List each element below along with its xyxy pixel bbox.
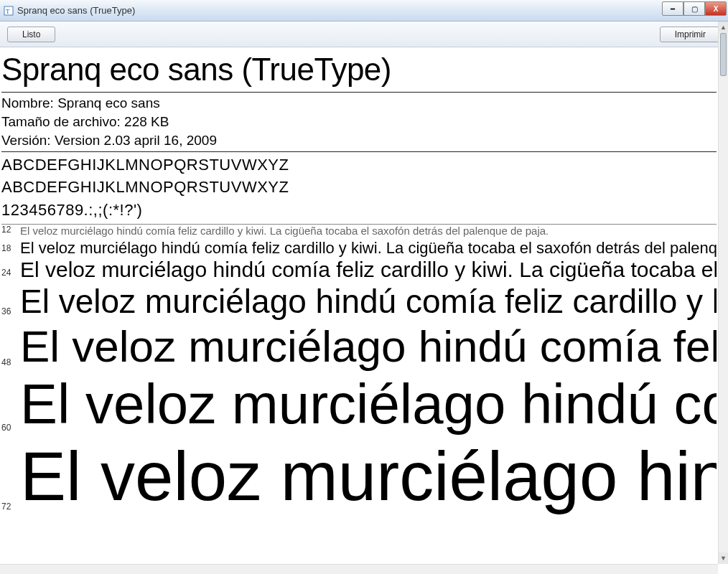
print-button[interactable]: Imprimir	[660, 27, 721, 42]
font-file-icon: T	[3, 5, 14, 17]
maximize-button[interactable]: ▢	[683, 1, 705, 16]
scroll-down-icon[interactable]: ▼	[719, 552, 728, 564]
font-version-label: Versión:	[1, 133, 51, 148]
font-name-row: Nombre: Spranq eco sans	[1, 94, 717, 113]
sample-row-72: 72 El veloz murciélago hindú comía feliz…	[1, 437, 717, 516]
font-name-value: Spranq eco sans	[57, 95, 160, 110]
sample-row-24: 24 El veloz murciélago hindú comía feliz…	[1, 258, 717, 282]
horizontal-scrollbar[interactable]	[0, 564, 718, 574]
sample-row-36: 36 El veloz murciélago hindú comía feliz…	[1, 282, 717, 321]
minimize-button[interactable]: ━	[662, 1, 683, 16]
separator	[1, 92, 717, 93]
svg-text:T: T	[6, 8, 10, 15]
close-button[interactable]: X	[705, 1, 727, 16]
font-filesize-label: Tamaño de archivo:	[1, 114, 121, 129]
sample-text: El veloz murciélago hindú comía feliz ca…	[20, 321, 717, 372]
sample-text: El veloz murciélago hindú comía feliz ca…	[20, 437, 717, 516]
window-title: Spranq eco sans (TrueType)	[17, 5, 135, 16]
font-preview-content: Spranq eco sans (TrueType) Nombre: Spran…	[0, 47, 718, 564]
charset-lower: ABCDEFGHIJKLMNOPQRSTUVWXYZ	[1, 176, 717, 199]
sample-text: El veloz murciélago hindú comía feliz ca…	[20, 258, 717, 282]
scroll-thumb[interactable]	[720, 33, 727, 76]
sample-size-label: 60	[1, 423, 20, 437]
sample-size-label: 12	[1, 225, 20, 239]
sample-size-label: 18	[1, 243, 20, 258]
sample-text: El veloz murciélago hindú comía feliz ca…	[20, 282, 717, 321]
sample-text: El veloz murciélago hindú comía feliz ca…	[20, 239, 717, 258]
titlebar: T Spranq eco sans (TrueType) ━ ▢ X	[0, 0, 728, 22]
font-version-row: Versión: Version 2.03 april 16, 2009	[1, 131, 717, 150]
font-display-title: Spranq eco sans (TrueType)	[1, 47, 717, 90]
sample-size-label: 48	[1, 357, 20, 372]
vertical-scrollbar[interactable]: ▲ ▼	[718, 22, 728, 564]
sample-size-label: 72	[1, 502, 20, 516]
font-filesize-value: 228 KB	[124, 114, 169, 129]
sample-text: El veloz murciélago hindú comía feliz ca…	[20, 372, 717, 437]
sample-row-48: 48 El veloz murciélago hindú comía feliz…	[1, 321, 717, 372]
font-filesize-row: Tamaño de archivo: 228 KB	[1, 113, 717, 131]
toolbar: Listo Imprimir	[0, 22, 728, 47]
sample-row-18: 18 El veloz murciélago hindú comía feliz…	[1, 239, 717, 258]
font-version-value: Version 2.03 april 16, 2009	[55, 133, 217, 148]
sample-size-label: 36	[1, 306, 20, 321]
scroll-up-icon[interactable]: ▲	[719, 22, 728, 33]
done-button[interactable]: Listo	[7, 27, 55, 42]
separator	[1, 151, 717, 152]
sample-row-12: 12 El veloz murciélago hindú comía feliz…	[1, 225, 717, 239]
charset-digits: 123456789.:,;(:*!?')	[1, 199, 717, 222]
sample-row-60: 60 El veloz murciélago hindú comía feliz…	[1, 372, 717, 437]
sample-list: 12 El veloz murciélago hindú comía feliz…	[1, 224, 717, 516]
charset-upper: ABCDEFGHIJKLMNOPQRSTUVWXYZ	[1, 154, 717, 177]
sample-text: El veloz murciélago hindú comía feliz ca…	[20, 225, 549, 237]
window-controls: ━ ▢ X	[662, 1, 727, 16]
sample-size-label: 24	[1, 268, 20, 282]
font-name-label: Nombre:	[1, 95, 54, 110]
